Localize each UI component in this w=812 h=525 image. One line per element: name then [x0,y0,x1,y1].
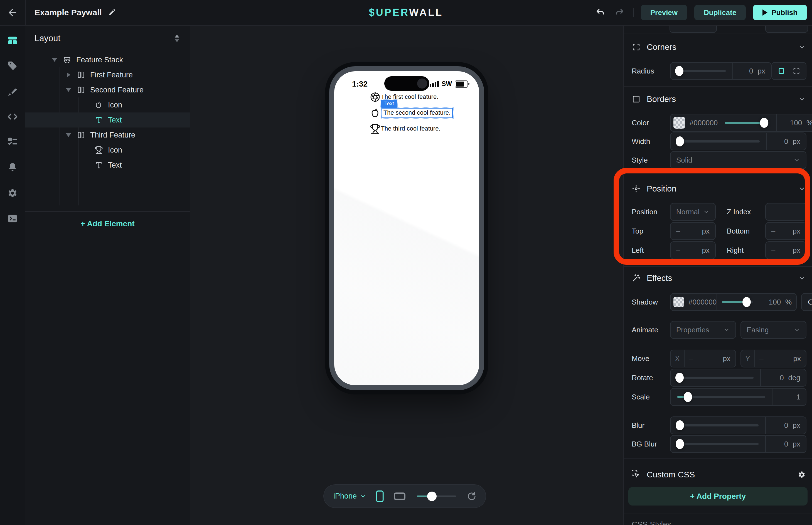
chevron-down-icon[interactable] [798,43,806,51]
radius-unit: px [758,67,765,75]
rotate-knob[interactable] [675,373,684,383]
feature-row-selected[interactable]: Text The second cool feature. [370,105,453,121]
paywall-editor: Example Paywall $UPERWALL Preview Duplic… [0,0,812,525]
individual-corners-button[interactable] [790,65,802,77]
uniform-radius-button[interactable] [775,65,787,77]
zoom-slider-knob[interactable] [427,492,436,501]
color-swatch[interactable] [673,117,685,129]
bg-blur-value-unit[interactable]: 0 px [766,440,806,448]
feature-row[interactable]: The first cool feature. [370,89,453,105]
duplicate-button[interactable]: Duplicate [694,5,746,20]
position-value: Normal [676,208,700,216]
carrier-label: SW [442,80,452,88]
bg-blur-unit: px [793,440,800,448]
shadow-color-swatch[interactable] [673,297,684,307]
blur-value-unit[interactable]: 0 px [766,421,806,430]
tag-icon[interactable] [6,60,19,72]
selected-text-element[interactable]: Text The second cool feature. [382,108,453,118]
gear-icon[interactable] [6,187,19,199]
blur-knob[interactable] [676,420,684,430]
tree-item-icon[interactable]: Icon [25,142,190,158]
paywall-preview[interactable]: 1:32 SW The first cool feature. [334,71,479,385]
tree-item-second-feature[interactable]: Second Feature [25,82,190,97]
caret-down-icon[interactable] [66,88,71,92]
chevron-down-icon[interactable] [798,185,806,193]
borders-section-title: Borders [647,94,792,104]
corners-section-title: Corners [647,42,792,52]
border-style-label: Style [632,156,670,165]
border-opacity-slider[interactable] [725,122,769,124]
animate-properties-select[interactable]: Properties [670,321,736,339]
shadow-opacity-value[interactable]: 100 % [758,298,796,306]
border-opacity-knob[interactable] [760,118,768,128]
sort-icon[interactable] [173,34,181,43]
radius-value-unit[interactable]: 0 px [733,67,771,75]
scale-value[interactable]: 1 [772,393,806,401]
border-opacity-value[interactable]: 100 % [777,119,812,127]
tree-item-feature-stack[interactable]: Feature Stack [25,52,190,68]
position-select[interactable]: Normal [670,203,716,221]
checklist-icon[interactable] [6,136,19,148]
bell-icon[interactable] [6,161,19,174]
bg-blur-slider[interactable] [677,443,759,445]
border-width-slider[interactable] [677,140,760,142]
right-input[interactable]: – px [765,241,807,259]
caret-down-icon[interactable] [52,58,57,62]
rotate-slider[interactable] [677,377,754,379]
chevron-down-icon[interactable] [798,95,806,103]
tree-item-first-feature[interactable]: First Feature [25,68,190,82]
shadow-opacity-knob[interactable] [742,297,751,307]
pencil-icon[interactable] [108,9,116,16]
tree-item-text-selected[interactable]: Text [25,112,190,127]
device-select[interactable]: iPhone [333,492,366,500]
left-input[interactable]: – px [670,241,716,259]
feature-row[interactable]: The third cool feature. [370,121,453,137]
border-style-select[interactable]: Solid [670,151,807,169]
zoom-slider[interactable] [417,495,456,497]
border-width-value-unit[interactable]: 0 px [767,137,806,146]
paintbrush-icon[interactable] [6,86,19,98]
blur-slider[interactable] [677,424,759,426]
bg-blur-knob[interactable] [676,439,684,449]
add-property-button[interactable]: + Add Property [628,487,808,506]
tree-item-icon[interactable]: Icon [25,97,190,112]
radius-slider-knob[interactable] [675,66,684,76]
refresh-button[interactable] [467,492,476,501]
zindex-input[interactable] [765,203,807,221]
animate-easing-select[interactable]: Easing [740,321,807,339]
caret-down-icon[interactable] [66,133,71,137]
code-icon[interactable] [6,110,19,123]
bottom-input[interactable]: – px [765,222,807,240]
scale-slider[interactable] [677,396,765,398]
move-x-input[interactable]: X – px [670,350,736,368]
landscape-mode-button[interactable] [394,492,406,500]
border-width-knob[interactable] [676,136,684,147]
tree-item-text[interactable]: Text [25,158,190,172]
publish-label: Publish [771,8,798,17]
top-input[interactable]: – px [670,222,716,240]
chevron-down-icon[interactable] [798,274,806,282]
preview-button[interactable]: Preview [641,5,687,20]
border-color-hex[interactable]: #000000 [690,119,718,127]
tree-item-third-feature[interactable]: Third Feature [25,127,190,142]
editor-canvas[interactable]: 1:32 SW The first cool feature. [190,25,623,525]
caret-right-icon[interactable] [66,72,71,77]
move-y-input[interactable]: Y – px [740,350,807,368]
scale-knob[interactable] [684,392,692,402]
back-button[interactable] [0,0,25,25]
publish-button[interactable]: Publish [753,5,807,20]
css-settings-gear-icon[interactable] [798,470,806,479]
console-icon[interactable] [6,212,19,225]
feature-list: The first cool feature. Text The second … [370,89,453,137]
shadow-color-hex[interactable]: #000000 [688,298,717,306]
rotate-value-unit[interactable]: 0 deg [761,374,806,382]
portrait-mode-button[interactable] [376,490,384,502]
shadow-opacity-slider[interactable] [722,301,753,303]
shadow-mode-button[interactable]: Outer [801,293,812,311]
undo-button[interactable] [594,6,606,19]
redo-button[interactable] [614,6,626,19]
radius-slider[interactable] [677,70,726,72]
add-element-button[interactable]: + Add Element [25,212,190,236]
layout-icon[interactable] [6,34,19,46]
scale-label: Scale [632,393,670,401]
